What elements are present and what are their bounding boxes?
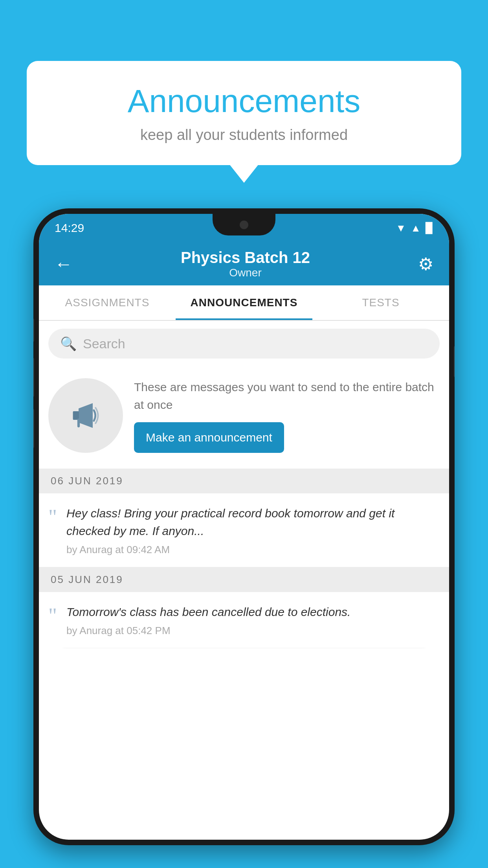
search-icon: 🔍 [60, 336, 77, 351]
signal-icon: ▲ [411, 222, 421, 234]
tabs-container: ASSIGNMENTS ANNOUNCEMENTS TESTS [39, 285, 449, 321]
announcement-meta-2: by Anurag at 05:42 PM [66, 625, 440, 637]
tab-assignments[interactable]: ASSIGNMENTS [39, 285, 176, 320]
bubble-subtitle: keep all your students informed [50, 127, 438, 143]
promo-icon-circle [48, 378, 123, 453]
phone-frame: 14:29 ▼ ▲ ▉ ← Physics Batch 12 Owner ⚙ A… [33, 208, 455, 845]
tab-tests[interactable]: TESTS [312, 285, 449, 320]
header-title: Physics Batch 12 [77, 249, 414, 267]
promo-description: These are messages you want to send to t… [134, 378, 440, 414]
announcement-promo: These are messages you want to send to t… [39, 366, 449, 469]
status-icons: ▼ ▲ ▉ [396, 222, 433, 234]
speech-bubble: Announcements keep all your students inf… [27, 61, 461, 165]
search-bar[interactable]: 🔍 Search [48, 329, 440, 359]
announcement-content-1: Hey class! Bring your practical record b… [66, 504, 440, 556]
front-camera [240, 221, 248, 229]
bubble-title: Announcements [50, 83, 438, 120]
search-bar-wrap: 🔍 Search [39, 321, 449, 366]
date-separator-1: 06 JUN 2019 [39, 469, 449, 493]
announcement-text-2: Tomorrow's class has been cancelled due … [66, 603, 440, 621]
status-time: 14:29 [55, 221, 84, 235]
volume-down-button [33, 409, 34, 448]
volume-up-button [33, 358, 34, 397]
promo-content: These are messages you want to send to t… [123, 378, 440, 453]
speech-bubble-container: Announcements keep all your students inf… [27, 61, 461, 165]
header-title-group: Physics Batch 12 Owner [77, 249, 414, 279]
announcement-item-2[interactable]: " Tomorrow's class has been cancelled du… [39, 592, 449, 648]
make-announcement-button[interactable]: Make an announcement [134, 422, 284, 453]
wifi-icon: ▼ [396, 222, 406, 234]
header-subtitle: Owner [77, 267, 414, 279]
announcement-content-2: Tomorrow's class has been cancelled due … [66, 603, 440, 637]
announcement-meta-1: by Anurag at 09:42 AM [66, 544, 440, 556]
back-button[interactable]: ← [51, 249, 77, 278]
app-header: ← Physics Batch 12 Owner ⚙ [39, 242, 449, 285]
phone-inner: 14:29 ▼ ▲ ▉ ← Physics Batch 12 Owner ⚙ A… [39, 214, 449, 840]
announcement-item-1[interactable]: " Hey class! Bring your practical record… [39, 493, 449, 567]
settings-button[interactable]: ⚙ [414, 250, 437, 278]
quote-icon-1: " [48, 506, 57, 528]
power-button [454, 346, 455, 377]
volume-silent-button [33, 318, 34, 342]
date-separator-2: 05 JUN 2019 [39, 567, 449, 592]
phone-notch [213, 214, 275, 235]
phone-screen: 🔍 Search [39, 321, 449, 648]
search-placeholder: Search [83, 336, 125, 351]
quote-icon-2: " [48, 605, 57, 626]
phone-wrapper: 14:29 ▼ ▲ ▉ ← Physics Batch 12 Owner ⚙ A… [33, 208, 455, 868]
megaphone-icon [68, 398, 103, 433]
tab-announcements[interactable]: ANNOUNCEMENTS [176, 285, 312, 320]
svg-marker-1 [79, 403, 93, 428]
announcement-text-1: Hey class! Bring your practical record b… [66, 504, 440, 540]
svg-rect-2 [73, 411, 79, 420]
battery-icon: ▉ [426, 222, 433, 234]
